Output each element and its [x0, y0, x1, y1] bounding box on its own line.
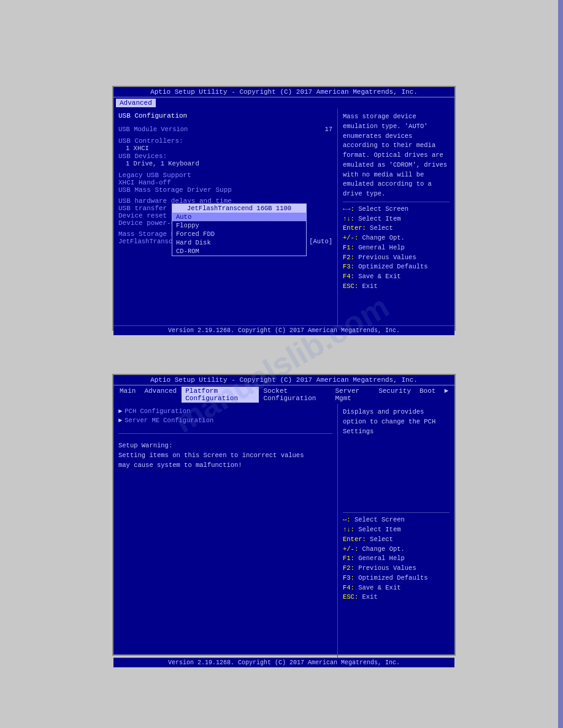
tab-security[interactable]: Security [375, 387, 415, 403]
screen1-right: Mass storage device emulation type. 'AUT… [338, 108, 454, 325]
setup-warning-text: Setting items on this Screen to incorrec… [118, 451, 332, 471]
usb-module-version-label: USB Module Version [118, 126, 188, 133]
usb-devices-label: USB Devices: [118, 153, 332, 160]
tab-socket-config[interactable]: Socket Configuration [260, 387, 331, 403]
xhci-handoff-label: XHCI Hand-off [118, 179, 332, 186]
key-f2: F2: Previous Values [343, 253, 450, 263]
server-me-arrow-icon: ► [118, 417, 122, 424]
pch-config-label: PCH Configuration [124, 408, 190, 415]
right-border-line [558, 0, 563, 728]
usb-config-title: USB Configuration [118, 112, 332, 119]
key-select-item: ↑↓: Select Item [343, 214, 450, 224]
tab-platform-config[interactable]: Platform Configuration [182, 387, 258, 403]
screen1-body: USB Configuration USB Module Version 17 … [113, 108, 454, 325]
key-esc: ESC: Exit [343, 282, 450, 292]
key-f1: F1: General Help [343, 243, 450, 253]
usb-module-version-row: USB Module Version 17 [118, 126, 332, 133]
tab-boot[interactable]: Boot [416, 387, 439, 403]
pch-config-item[interactable]: ► PCH Configuration [118, 408, 332, 415]
screen2-title: Aptio Setup Utility - Copyright (C) 2017… [113, 375, 454, 385]
mass-storage-device-value: [Auto] [309, 238, 332, 245]
screen1-help-text: Mass storage device emulation type. 'AUT… [343, 112, 450, 199]
tab-advanced2[interactable]: Advanced [140, 387, 180, 403]
screen1-left: USB Configuration USB Module Version 17 … [113, 108, 338, 325]
usb-controllers-label: USB Controllers: [118, 137, 332, 145]
key-change-opt: +/-: Change Opt. [343, 233, 450, 243]
key-f3: F3: Optimized Defaults [343, 262, 450, 272]
s2-key-esc: ESC: Exit [343, 593, 450, 602]
key-enter: Enter: Select [343, 224, 450, 233]
s2-key-f2: F2: Previous Values [343, 564, 450, 574]
s2-key-select-item: ↑↓: Select Item [343, 525, 450, 535]
tab-advanced[interactable]: Advanced [116, 99, 156, 107]
s2-key-f1: F1: General Help [343, 554, 450, 564]
screen1-tab-bar: Advanced [113, 97, 454, 108]
bios-screen-1: Aptio Setup Utility - Copyright (C) 2017… [112, 86, 456, 331]
tab-more[interactable]: ► [440, 387, 452, 403]
usb-mass-storage-label: USB Mass Storage Driver Supp [118, 186, 332, 194]
usb-devices-value: 1 Drive, 1 Keyboard [118, 160, 332, 167]
screen1-keys: ←→: Select Screen ↑↓: Select Item Enter:… [343, 205, 450, 292]
screen1-footer: Version 2.19.1268. Copyright (C) 2017 Am… [113, 325, 454, 335]
usb-module-version-value: 17 [324, 126, 332, 133]
screen1-divider [343, 202, 450, 202]
screen1-title: Aptio Setup Utility - Copyright (C) 2017… [113, 87, 454, 97]
server-me-config-item[interactable]: ► Server ME Configuration [118, 417, 332, 424]
screen2-left: ► PCH Configuration ► Server ME Configur… [113, 404, 338, 658]
bios-screen-2: Aptio Setup Utility - Copyright (C) 2017… [112, 374, 456, 656]
dropdown-item-hard-disk[interactable]: Hard Disk [172, 238, 306, 247]
screen2-body: ► PCH Configuration ► Server ME Configur… [113, 404, 454, 658]
dropdown-item-forced-fdd[interactable]: Forced FDD [172, 230, 306, 238]
screen2-tab-bar: Main Advanced Platform Configuration Soc… [113, 385, 454, 404]
screen2-divider [343, 512, 450, 513]
s2-key-enter: Enter: Select [343, 535, 450, 545]
pch-arrow-icon: ► [118, 408, 122, 415]
dropdown-item-floppy[interactable]: Floppy [172, 221, 306, 230]
setup-warning-title: Setup Warning: [118, 441, 332, 451]
dropdown-title: JetFlashTranscend 16GB 1100 [172, 204, 306, 213]
s2-key-change-opt: +/-: Change Opt. [343, 545, 450, 555]
dropdown-item-auto[interactable]: Auto [172, 213, 306, 221]
usb-controllers-value: 1 XHCI [118, 145, 332, 152]
tab-main[interactable]: Main [116, 387, 139, 403]
dropdown-popup: JetFlashTranscend 16GB 1100 Auto Floppy … [172, 203, 307, 256]
legacy-usb-label: Legacy USB Support [118, 172, 332, 179]
screen2-right: Displays and provides option to change t… [338, 404, 454, 658]
screen2-keys: ↔: Select Screen ↑↓: Select Item Enter: … [343, 515, 450, 602]
s2-key-f4: F4: Save & Exit [343, 583, 450, 593]
s2-key-select-screen: ↔: Select Screen [343, 515, 450, 525]
key-f4: F4: Save & Exit [343, 272, 450, 282]
screen2-footer: Version 2.19.1268. Copyright (C) 2017 Am… [113, 658, 454, 667]
tab-server-mgmt[interactable]: Server Mgmt [332, 387, 374, 403]
key-select-screen: ←→: Select Screen [343, 205, 450, 214]
server-me-label: Server ME Configuration [124, 417, 213, 424]
dropdown-item-cdrom[interactable]: CD-ROM [172, 247, 306, 256]
separator [118, 433, 332, 434]
screen2-help-text: Displays and provides option to change t… [343, 408, 450, 436]
s2-key-f3: F3: Optimized Defaults [343, 574, 450, 583]
